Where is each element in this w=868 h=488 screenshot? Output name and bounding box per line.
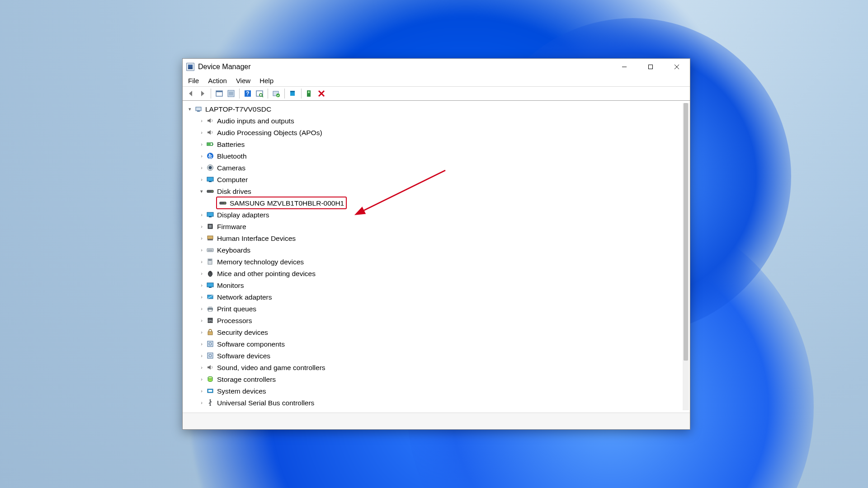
tree-node[interactable]: ›Bluetooth — [185, 150, 682, 162]
tree-node[interactable]: ›Network adapters — [185, 291, 682, 303]
tree-node[interactable]: ›Mice and other pointing devices — [185, 267, 682, 279]
chevron-right-icon[interactable]: › — [198, 340, 205, 348]
menu-help[interactable]: Help — [255, 75, 278, 86]
chevron-right-icon[interactable]: › — [198, 175, 205, 184]
tree-node[interactable]: ›Batteries — [185, 138, 682, 150]
menu-view[interactable]: View — [231, 75, 255, 86]
chevron-right-icon[interactable]: › — [198, 140, 205, 149]
tree-node[interactable]: ›Cameras — [185, 162, 682, 174]
chevron-right-icon[interactable]: › — [198, 375, 205, 384]
tree-node[interactable]: ›Display adapters — [185, 209, 682, 221]
chevron-right-icon[interactable]: › — [198, 234, 205, 243]
update-driver-button[interactable] — [271, 88, 282, 99]
app-icon — [186, 63, 194, 71]
device-tree[interactable]: ▾LAPTOP-T7VV0SDC›Audio inputs and output… — [185, 103, 682, 413]
tree-node[interactable]: ›Print queues — [185, 303, 682, 314]
chevron-right-icon[interactable]: › — [198, 164, 205, 172]
minimize-button[interactable] — [611, 59, 637, 75]
chevron-right-icon[interactable]: › — [198, 316, 205, 325]
tree-node-label: Keyboards — [217, 246, 250, 254]
tree-node-label: Memory technology devices — [217, 258, 304, 266]
device-manager-window: Device Manager File Action View Help ? ▾… — [182, 58, 690, 430]
menubar: File Action View Help — [183, 75, 690, 87]
scan-hardware-button[interactable] — [254, 88, 265, 99]
tree-node[interactable]: ›Human Interface Devices — [185, 232, 682, 244]
chevron-right-icon[interactable]: › — [198, 152, 205, 160]
maximize-button[interactable] — [637, 59, 664, 75]
chevron-right-icon[interactable]: › — [198, 246, 205, 254]
chevron-right-icon[interactable]: › — [198, 281, 205, 290]
svg-text:CPU: CPU — [208, 319, 213, 322]
tree-node-label: Network adapters — [217, 293, 272, 301]
tree-leaf[interactable]: SAMSUNG MZVLB1T0HBLR-000H1 — [185, 197, 682, 209]
svg-point-66 — [210, 399, 211, 401]
show-hidden-button[interactable] — [214, 88, 225, 99]
chevron-right-icon[interactable]: › — [198, 117, 205, 125]
chevron-right-icon[interactable]: › — [198, 222, 205, 231]
chevron-right-icon[interactable]: › — [198, 363, 205, 372]
tree-node[interactable]: ›Keyboards — [185, 244, 682, 256]
svg-rect-32 — [209, 181, 212, 182]
tree-node[interactable]: ›Software devices — [185, 350, 682, 361]
tree-node[interactable]: ›System devices — [185, 385, 682, 397]
tree-node-label: Display adapters — [217, 211, 269, 219]
svg-rect-17 — [290, 92, 295, 96]
properties-button[interactable] — [226, 88, 236, 99]
chevron-right-icon[interactable]: › — [198, 293, 205, 301]
tree-node-label: System devices — [217, 387, 266, 395]
tree-node[interactable]: ›Universal Serial Bus controllers — [185, 397, 682, 408]
chevron-right-icon[interactable]: › — [198, 211, 205, 219]
menu-action[interactable]: Action — [203, 75, 231, 86]
chevron-right-icon[interactable]: › — [198, 352, 205, 360]
svg-rect-47 — [208, 259, 212, 261]
tree-node-label: Audio inputs and outputs — [217, 117, 294, 125]
tree-node[interactable]: ›CPUProcessors — [185, 314, 682, 326]
svg-rect-40 — [209, 225, 212, 228]
titlebar[interactable]: Device Manager — [183, 59, 690, 75]
tree-node[interactable]: ▾Disk drives — [185, 185, 682, 197]
svg-rect-18 — [290, 91, 295, 92]
add-legacy-button[interactable] — [304, 88, 315, 99]
svg-point-34 — [212, 191, 213, 192]
svg-rect-54 — [208, 306, 212, 308]
tree-node-label: Software devices — [217, 352, 270, 360]
uninstall-button[interactable] — [288, 88, 298, 99]
tree-node[interactable]: ›Sound, video and game controllers — [185, 361, 682, 373]
disable-button[interactable] — [316, 88, 327, 99]
tree-node[interactable]: ›Monitors — [185, 279, 682, 291]
chevron-right-icon[interactable]: › — [198, 269, 205, 278]
svg-text:?: ? — [246, 90, 249, 97]
tree-root[interactable]: ▾LAPTOP-T7VV0SDC — [185, 103, 682, 115]
svg-rect-67 — [210, 405, 211, 406]
forward-button[interactable] — [197, 88, 208, 99]
svg-rect-41 — [208, 236, 213, 239]
highlighted-device[interactable]: SAMSUNG MZVLB1T0HBLR-000H1 — [216, 197, 347, 209]
tree-node[interactable]: ›Memory technology devices — [185, 256, 682, 267]
tree-leaf-label: SAMSUNG MZVLB1T0HBLR-000H1 — [230, 199, 344, 207]
tree-node[interactable]: ›Audio Processing Objects (APOs) — [185, 127, 682, 138]
chevron-right-icon[interactable]: › — [198, 387, 205, 395]
tree-node[interactable]: ›Software components — [185, 338, 682, 350]
chevron-down-icon[interactable]: ▾ — [198, 187, 205, 196]
svg-point-16 — [276, 94, 280, 97]
help-button[interactable]: ? — [242, 88, 253, 99]
chevron-right-icon[interactable]: › — [198, 328, 205, 337]
svg-rect-20 — [308, 91, 310, 93]
chevron-right-icon[interactable]: › — [198, 128, 205, 137]
tree-node-label: Universal Serial Bus controllers — [217, 399, 314, 407]
chevron-right-icon[interactable]: › — [198, 305, 205, 313]
back-button[interactable] — [185, 88, 196, 99]
menu-file[interactable]: File — [184, 75, 203, 86]
svg-rect-50 — [207, 283, 213, 287]
tree-node[interactable]: ›Audio inputs and outputs — [185, 115, 682, 127]
chevron-right-icon[interactable]: › — [198, 399, 205, 407]
tree-node[interactable]: ›Security devices — [185, 326, 682, 338]
close-button[interactable] — [664, 59, 690, 75]
scrollbar-thumb[interactable] — [684, 103, 688, 361]
tree-node[interactable]: ›Firmware — [185, 221, 682, 232]
vertical-scrollbar[interactable] — [683, 103, 689, 410]
chevron-down-icon[interactable]: ▾ — [186, 105, 193, 113]
tree-node[interactable]: ›Storage controllers — [185, 373, 682, 385]
chevron-right-icon[interactable]: › — [198, 258, 205, 266]
tree-node[interactable]: ›Computer — [185, 174, 682, 185]
